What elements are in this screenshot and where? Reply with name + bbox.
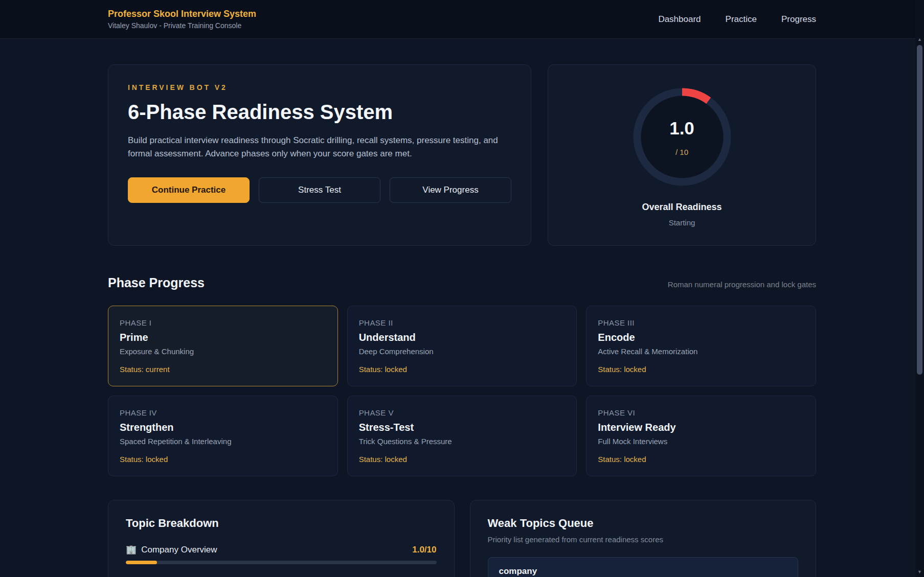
weak-topics-card: Weak Topics Queue Priority list generate… — [470, 500, 817, 577]
dashboard-page: Professor Skool Interview System Vitaley… — [0, 0, 924, 577]
gauge-score: 1.0 — [669, 118, 694, 139]
phase-name: Prime — [120, 332, 326, 343]
phase-status: Status: current — [120, 365, 326, 374]
phase-status: Status: locked — [598, 365, 804, 374]
phase-grid: PHASE I Prime Exposure & Chunking Status… — [108, 306, 816, 476]
main-content: INTERVIEW BOT V2 6-Phase Readiness Syste… — [108, 39, 816, 577]
weak-topics-subtitle: Priority list generated from current rea… — [488, 535, 799, 544]
topic-name: Company Overview — [141, 545, 217, 555]
topic-progress-track — [126, 561, 437, 564]
phase-subtitle: Exposure & Chunking — [120, 347, 326, 356]
phase-card-3[interactable]: PHASE III Encode Active Recall & Memoriz… — [586, 306, 816, 386]
phase-status: Status: locked — [359, 455, 566, 464]
phase-progress-section: Phase Progress Roman numeral progression… — [108, 275, 816, 476]
phase-name: Stress-Test — [359, 422, 566, 433]
weak-topics-title: Weak Topics Queue — [488, 517, 799, 530]
topic-breakdown-title: Topic Breakdown — [126, 517, 437, 530]
gauge-text: 1.0 / 10 — [628, 83, 736, 191]
phase-progress-title: Phase Progress — [108, 275, 205, 290]
scrollbar-up-arrow[interactable]: ▲ — [915, 35, 924, 43]
phase-subtitle: Deep Comprehension — [359, 347, 566, 356]
phase-numeral: PHASE IV — [120, 408, 326, 417]
readiness-gauge-card: 1.0 / 10 Overall Readiness Starting — [548, 64, 816, 246]
phase-name: Encode — [598, 332, 804, 343]
view-progress-button[interactable]: View Progress — [390, 177, 511, 203]
phase-subtitle: Trick Questions & Pressure — [359, 437, 566, 446]
top-row: INTERVIEW BOT V2 6-Phase Readiness Syste… — [108, 64, 816, 246]
bottom-row: Topic Breakdown 🏢 Company Overview 1.0/1… — [108, 500, 816, 577]
nav-progress[interactable]: Progress — [781, 14, 816, 25]
phase-status: Status: locked — [120, 455, 326, 464]
hero-eyebrow: INTERVIEW BOT V2 — [128, 83, 511, 91]
nav-practice[interactable]: Practice — [726, 14, 757, 25]
topic-score: 1.0/10 — [412, 545, 436, 555]
phase-section-head: Phase Progress Roman numeral progression… — [108, 275, 816, 290]
page-title: 6-Phase Readiness System — [128, 101, 511, 124]
nav-dashboard[interactable]: Dashboard — [658, 14, 701, 25]
phase-card-4[interactable]: PHASE IV Strengthen Spaced Repetition & … — [108, 396, 338, 476]
weak-topic-item-company[interactable]: company Readiness: 1.0/10 — [488, 557, 799, 577]
phase-status: Status: locked — [598, 455, 804, 464]
scrollbar: ▲ ▼ — [915, 0, 924, 577]
hero-buttons: Continue Practice Stress Test View Progr… — [128, 177, 511, 203]
phase-subtitle: Spaced Repetition & Interleaving — [120, 437, 326, 446]
brand: Professor Skool Interview System Vitaley… — [108, 9, 256, 30]
topic-breakdown-card: Topic Breakdown 🏢 Company Overview 1.0/1… — [108, 500, 455, 577]
topic-progress-fill — [126, 561, 157, 564]
gauge-label: Overall Readiness — [642, 202, 722, 213]
phase-numeral: PHASE V — [359, 408, 566, 417]
weak-topic-name: company — [499, 566, 787, 576]
phase-numeral: PHASE VI — [598, 408, 804, 417]
scrollbar-down-arrow[interactable]: ▼ — [915, 567, 924, 576]
phase-name: Interview Ready — [598, 422, 804, 433]
topic-list: 🏢 Company Overview 1.0/10 ⚙️ — [126, 544, 437, 577]
phase-card-6[interactable]: PHASE VI Interview Ready Full Mock Inter… — [586, 396, 816, 476]
hero-description: Build practical interview readiness thro… — [128, 134, 511, 160]
scrollbar-thumb[interactable] — [917, 45, 922, 375]
phase-status: Status: locked — [359, 365, 566, 374]
readiness-gauge: 1.0 / 10 — [628, 83, 736, 191]
app-title: Professor Skool Interview System — [108, 9, 256, 19]
stress-test-button[interactable]: Stress Test — [259, 177, 380, 203]
app-subtitle: Vitaley Shaulov - Private Training Conso… — [108, 21, 256, 30]
phase-name: Strengthen — [120, 422, 326, 433]
hero-card: INTERVIEW BOT V2 6-Phase Readiness Syste… — [108, 64, 531, 246]
building-icon: 🏢 — [126, 544, 137, 555]
phase-subtitle: Full Mock Interviews — [598, 437, 804, 446]
app-header: Professor Skool Interview System Vitaley… — [0, 0, 924, 39]
phase-progress-note: Roman numeral progression and lock gates — [668, 280, 816, 289]
gauge-max: / 10 — [675, 148, 688, 156]
main-nav: Dashboard Practice Progress — [658, 14, 816, 25]
phase-card-2[interactable]: PHASE II Understand Deep Comprehension S… — [347, 306, 577, 386]
topic-row-company-overview: 🏢 Company Overview 1.0/10 — [126, 544, 437, 564]
phase-numeral: PHASE I — [120, 318, 326, 327]
phase-card-5[interactable]: PHASE V Stress-Test Trick Questions & Pr… — [347, 396, 577, 476]
phase-card-1[interactable]: PHASE I Prime Exposure & Chunking Status… — [108, 306, 338, 386]
gauge-status: Starting — [669, 218, 695, 227]
phase-numeral: PHASE III — [598, 318, 804, 327]
phase-numeral: PHASE II — [359, 318, 566, 327]
continue-practice-button[interactable]: Continue Practice — [128, 177, 250, 203]
phase-name: Understand — [359, 332, 566, 343]
phase-subtitle: Active Recall & Memorization — [598, 347, 804, 356]
